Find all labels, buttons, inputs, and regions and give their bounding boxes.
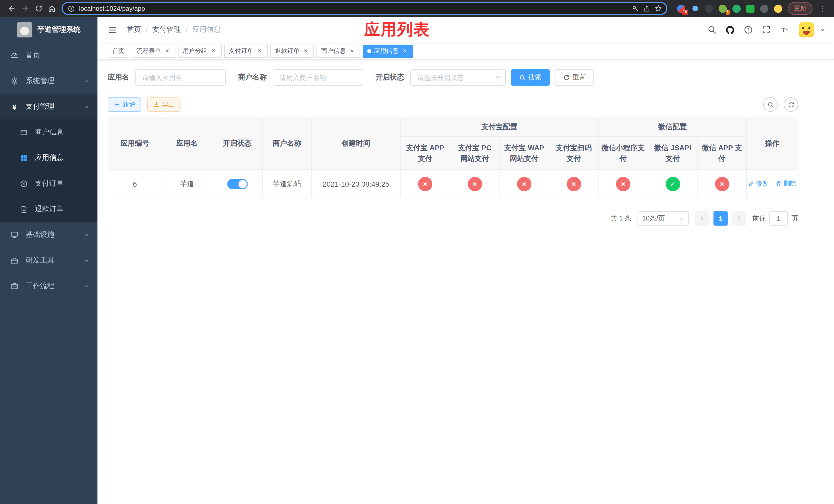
svg-text:¥: ¥ (23, 182, 25, 186)
add-button[interactable]: 新增 (108, 97, 141, 112)
col-alipay-qr: 支付宝扫码支付 (549, 137, 598, 169)
breadcrumb-home[interactable]: 首页 (127, 25, 141, 35)
sidebar-item-home[interactable]: 首页 (0, 43, 97, 68)
close-icon[interactable]: × (401, 47, 408, 54)
extension-puzzle-icon[interactable]: 10 (677, 4, 686, 13)
avatar-caret-icon[interactable] (820, 27, 826, 33)
browser-back-icon[interactable] (5, 2, 19, 15)
close-icon[interactable]: × (163, 47, 171, 54)
prev-page-button[interactable] (695, 211, 709, 226)
browser-forward-icon[interactable] (19, 2, 32, 15)
alipay-pc-status-icon: × (467, 177, 482, 191)
breadcrumb: 首页 / 支付管理 / 应用信息 (127, 25, 221, 35)
browser-refresh-icon[interactable] (32, 2, 45, 15)
github-icon[interactable] (725, 25, 735, 35)
search-icon[interactable] (707, 25, 717, 35)
dashboard-icon (8, 51, 21, 60)
app-name-input[interactable] (135, 69, 226, 86)
site-info-icon[interactable] (68, 5, 75, 12)
url-bar[interactable]: localhost:1024/pay/app (62, 2, 667, 15)
fullscreen-icon[interactable] (762, 25, 771, 35)
tabs-bar: 首页 流程表单× 用户分组× 支付订单× 退款订单× 商户信息× 应用信息× (97, 43, 834, 60)
table-toolbar: 新增 导出 (108, 97, 798, 112)
close-icon[interactable]: × (348, 47, 355, 54)
export-button[interactable]: 导出 (147, 97, 180, 112)
bookmark-star-icon[interactable] (655, 5, 662, 12)
merchant-name-input[interactable] (273, 69, 363, 86)
extension-wechat-icon[interactable] (732, 4, 741, 13)
wechat-jsapi-status-icon: ✓ (665, 177, 680, 191)
search-button[interactable]: 搜索 (511, 69, 550, 86)
extension-badge: 10 (682, 9, 688, 15)
edit-button[interactable]: 修改 (748, 180, 769, 188)
col-app-id: 应用编号 (108, 117, 162, 169)
share-icon[interactable] (643, 5, 650, 12)
alipay-wap-status-icon: × (517, 177, 531, 191)
url-text: localhost:1024/pay/app (79, 5, 628, 12)
extension-green-square-icon[interactable] (746, 4, 755, 13)
sidebar: 芋道管理系统 首页 系统管理 ¥ 支付 (0, 17, 97, 504)
col-app-name: 应用名 (162, 117, 212, 169)
page-1-button[interactable]: 1 (714, 211, 728, 226)
browser-update-button[interactable]: 更新 (788, 2, 812, 15)
alipay-app-status-icon: × (418, 177, 432, 191)
col-merchant: 商户名称 (262, 117, 312, 169)
sidebar-item-infrastructure[interactable]: 基础设施 (0, 222, 97, 248)
gear-icon (8, 77, 21, 85)
sidebar-item-payment[interactable]: ¥ 支付管理 (0, 94, 97, 119)
tab-refund-order[interactable]: 退款订单× (270, 44, 314, 58)
app-table: 应用编号 应用名 开启状态 商户名称 创建时间 支付宝配置 微信配置 操作 支付… (108, 117, 798, 199)
alipay-qr-status-icon: × (567, 177, 581, 191)
refresh-table-button[interactable] (784, 97, 798, 112)
goto-page-input[interactable] (769, 211, 788, 226)
sidebar-item-dev-tools[interactable]: 研发工具 (0, 248, 97, 273)
toggle-search-button[interactable] (763, 97, 777, 112)
user-avatar[interactable] (798, 22, 814, 38)
app-title: 芋道管理系统 (38, 25, 81, 35)
app-logo[interactable]: 芋道管理系统 (0, 17, 97, 43)
sidebar-toggle-icon[interactable] (106, 25, 119, 35)
sidebar-item-pay-order[interactable]: ¥ 支付订单 (0, 171, 97, 197)
breadcrumb-payment[interactable]: 支付管理 (152, 25, 181, 35)
extension-emoji-icon[interactable] (773, 4, 783, 13)
close-icon[interactable]: × (256, 47, 263, 54)
chevron-up-icon (84, 104, 89, 110)
tab-user-group[interactable]: 用户分组× (178, 44, 222, 58)
sidebar-item-app-info[interactable]: 应用信息 (0, 145, 97, 171)
font-size-icon[interactable]: TT (780, 25, 790, 35)
extension-blue-dot-icon[interactable] (690, 4, 700, 13)
sidebar-item-refund-order[interactable]: 退款订单 (0, 197, 97, 222)
sidebar-item-system[interactable]: 系统管理 (0, 68, 97, 94)
col-created: 创建时间 (312, 117, 400, 169)
chevron-down-icon (84, 283, 89, 289)
col-alipay-wap: 支付宝 WAP 网站支付 (499, 137, 549, 169)
browser-menu-icon[interactable]: ⋮ (815, 2, 829, 15)
sidebar-item-merchant-info[interactable]: 商户信息 (0, 119, 97, 145)
status-select[interactable] (410, 69, 506, 86)
tab-home[interactable]: 首页 (108, 44, 129, 58)
password-key-icon[interactable] (632, 5, 639, 12)
close-icon[interactable]: × (210, 47, 217, 54)
browser-home-icon[interactable] (45, 2, 59, 15)
tab-process-form[interactable]: 流程表单× (132, 44, 175, 58)
page-size-select[interactable]: 10条/页 (638, 211, 689, 226)
yen-icon: ¥ (8, 102, 21, 111)
next-page-button[interactable] (732, 211, 746, 226)
col-actions: 操作 (747, 117, 798, 169)
extension-puzzle-dark-icon[interactable] (760, 4, 769, 13)
status-toggle[interactable] (227, 179, 247, 189)
sidebar-item-workflow[interactable]: 工作流程 (0, 273, 97, 299)
grid-icon (18, 154, 30, 162)
tab-pay-order[interactable]: 支付订单× (224, 44, 268, 58)
status-select-input[interactable] (410, 69, 506, 86)
sidebar-menu: 首页 系统管理 ¥ 支付管理 (0, 43, 97, 504)
reset-button[interactable]: 重置 (555, 69, 594, 86)
close-icon[interactable]: × (302, 47, 309, 54)
tab-merchant-info[interactable]: 商户信息× (316, 44, 360, 58)
tab-app-info[interactable]: 应用信息× (363, 44, 413, 58)
monitor-icon (8, 231, 21, 239)
extension-dark-circle-icon[interactable] (704, 4, 714, 13)
help-icon[interactable]: ? (744, 25, 753, 35)
extension-green-circle-icon[interactable]: 1 (718, 4, 727, 13)
delete-button[interactable]: 删除 (776, 180, 796, 188)
